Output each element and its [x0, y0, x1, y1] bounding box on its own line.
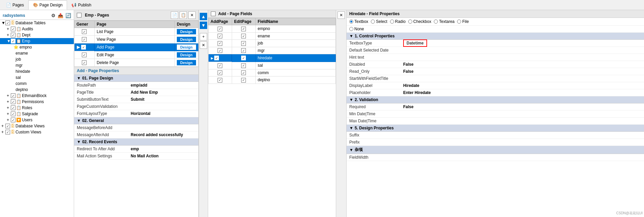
add-field-btn[interactable]: + — [200, 33, 207, 40]
table-row[interactable]: deptno — [208, 76, 336, 84]
add-checkbox[interactable] — [218, 63, 222, 68]
expand-icon[interactable]: + — [7, 105, 11, 110]
props-val[interactable]: emp/add — [128, 82, 198, 89]
expand-icon[interactable]: + — [7, 33, 11, 37]
section-1-control[interactable]: ▼ 1. Control Properties — [347, 33, 644, 40]
tree-item[interactable]: + 🗄 Database Views — [0, 123, 74, 129]
header-checkbox[interactable] — [77, 13, 82, 18]
add-checkbox[interactable] — [214, 56, 219, 60]
tree-item[interactable]: · ename — [0, 50, 74, 56]
edit-checkbox[interactable] — [241, 56, 246, 60]
tree-item[interactable]: + 📋 EthmainBlock — [0, 93, 74, 99]
table-row-selected[interactable]: ▶ Add Page Design — [74, 43, 198, 51]
checkbox[interactable] — [11, 105, 15, 110]
table-row[interactable]: job — [208, 40, 336, 47]
radio-select[interactable]: Select — [371, 19, 387, 24]
tree-item[interactable]: · job — [0, 56, 74, 62]
table-row[interactable]: ename — [208, 32, 336, 40]
tree-item[interactable]: · deptno — [0, 87, 74, 93]
tree-item-emp[interactable]: ▼ 📋 Emp — [0, 38, 74, 44]
table-row[interactable]: Delete Page Design — [74, 59, 198, 67]
design-button[interactable]: Design — [177, 52, 196, 58]
section-2-validation[interactable]: ▼ 2. Validation — [347, 96, 644, 103]
datetime-value[interactable]: Datetime — [403, 39, 427, 47]
edit-checkbox[interactable] — [241, 27, 246, 31]
radio-textbox[interactable]: Textbox — [349, 19, 368, 24]
table-row[interactable]: View Page Design — [74, 36, 198, 43]
props-val[interactable] — [400, 118, 644, 124]
expand-icon[interactable]: + — [7, 93, 11, 98]
tab-pages[interactable]: 📄 Pages — [1, 0, 28, 10]
add-checkbox[interactable] — [218, 27, 222, 31]
tab-page-design[interactable]: 🎨 Page Design — [28, 0, 67, 10]
close-btn[interactable]: ✕ — [188, 11, 196, 19]
tree-item[interactable]: · sal — [0, 74, 74, 81]
tree-item[interactable]: + 📋 Dept — [0, 32, 74, 38]
section-02-general[interactable]: ▼ 02. General — [74, 117, 198, 124]
table-row[interactable]: sal — [208, 62, 336, 69]
radio-file[interactable]: File — [457, 19, 469, 24]
tree-item[interactable]: ▼ 🗄 Database Tables — [0, 20, 74, 26]
tree-item[interactable]: · comm — [0, 81, 74, 87]
expand-icon[interactable]: + — [1, 130, 5, 134]
props-val[interactable]: False — [400, 68, 644, 75]
settings-icon[interactable]: ⚙ — [51, 13, 56, 18]
section-01-page-design[interactable]: ▼ 01. Page Design — [74, 75, 198, 82]
radio-radio[interactable]: Radio — [390, 19, 406, 24]
props-val[interactable]: False — [400, 103, 644, 110]
edit-checkbox[interactable] — [241, 70, 246, 75]
props-val[interactable] — [400, 139, 644, 146]
refresh-icon[interactable]: 🔄 — [65, 13, 71, 18]
tree-item[interactable]: + 📋 Roles — [0, 105, 74, 111]
export-icon[interactable]: 📤 — [58, 13, 63, 18]
table-row[interactable]: Edit Page Design — [74, 51, 198, 59]
table-row[interactable]: comm — [208, 69, 336, 76]
radio-checkbox[interactable]: Checkbox — [408, 19, 431, 24]
props-val[interactable] — [400, 132, 644, 138]
props-val[interactable] — [400, 54, 644, 61]
radio-none[interactable]: None — [349, 27, 641, 31]
props-val[interactable] — [400, 154, 644, 161]
scroll-down-btn[interactable]: ▼ — [200, 22, 207, 29]
row-checkbox[interactable] — [81, 45, 86, 50]
table-row-selected[interactable]: ▶ hiredate — [208, 54, 336, 62]
props-val[interactable]: Datetime — [400, 40, 644, 46]
checkbox[interactable] — [11, 112, 15, 116]
section-5-design[interactable]: ▼ 5. Design Properties — [347, 125, 644, 132]
expand-icon[interactable]: + — [1, 124, 5, 128]
fields-header-checkbox[interactable] — [211, 11, 216, 16]
edit-checkbox[interactable] — [241, 41, 246, 46]
tree-item[interactable]: + 📋 Audits — [0, 26, 74, 32]
props-val[interactable] — [400, 47, 644, 54]
tree-item[interactable]: · mgr — [0, 62, 74, 68]
props-val[interactable] — [400, 111, 644, 117]
tree-item[interactable]: + 📋 Salgrade — [0, 111, 74, 117]
expand-icon[interactable]: ▼ — [1, 21, 5, 25]
edit-checkbox[interactable] — [241, 78, 246, 83]
scroll-up-btn[interactable]: ▲ — [200, 13, 207, 20]
add-checkbox[interactable] — [218, 48, 222, 53]
expand-icon[interactable]: + — [7, 118, 11, 122]
checkbox[interactable] — [11, 99, 15, 104]
row-checkbox[interactable] — [82, 60, 87, 65]
props-val[interactable]: Add New Emp — [128, 89, 198, 96]
props-val[interactable] — [128, 124, 198, 131]
props-val[interactable]: emp — [128, 146, 198, 152]
radio-textarea[interactable]: Textarea — [434, 19, 454, 24]
edit-checkbox[interactable] — [241, 63, 246, 68]
row-checkbox[interactable] — [82, 29, 87, 34]
expand-icon[interactable]: + — [7, 99, 11, 104]
expand-icon[interactable]: + — [7, 27, 11, 31]
section-02-record-events[interactable]: ▼ 02. Record Events — [74, 138, 198, 146]
tree-item[interactable]: + 🗄 Custom Views — [0, 129, 74, 135]
add-checkbox[interactable] — [218, 70, 222, 75]
props-val[interactable]: Horizontal — [128, 110, 198, 117]
add-checkbox[interactable] — [218, 41, 222, 46]
checkbox[interactable] — [5, 21, 10, 25]
checkbox[interactable] — [11, 27, 15, 31]
props-val[interactable]: Submit — [128, 96, 198, 103]
design-button[interactable]: Design — [177, 44, 196, 50]
props-val[interactable]: Enter Hiredate — [400, 89, 644, 96]
edit-checkbox[interactable] — [241, 34, 246, 38]
design-button[interactable]: Design — [177, 60, 196, 65]
